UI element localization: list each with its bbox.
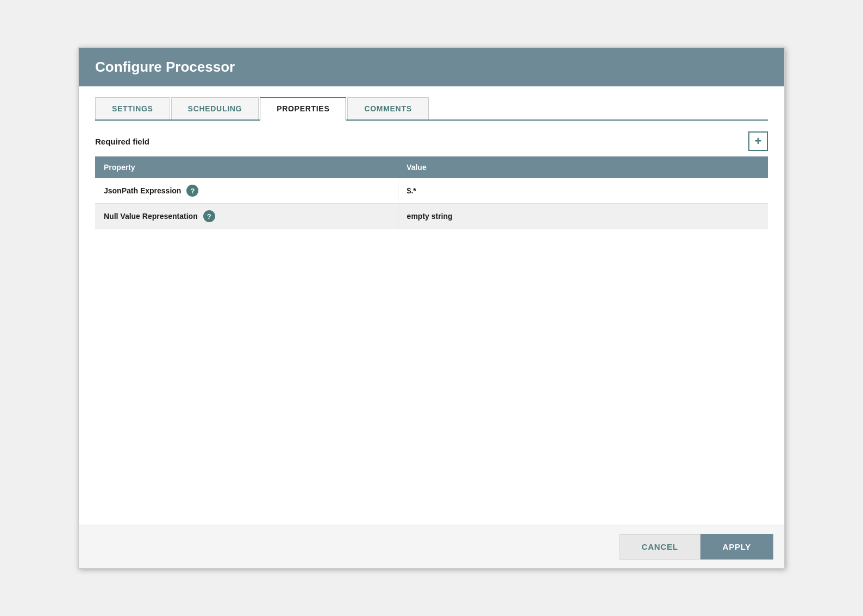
help-icon-jsonpath[interactable]: ?	[186, 185, 198, 197]
table-row: JsonPath Expression ? $.*	[95, 178, 768, 204]
tab-properties[interactable]: PROPERTIES	[260, 97, 346, 121]
dialog-footer: CANCEL APPLY	[79, 525, 784, 568]
cancel-button[interactable]: CANCEL	[620, 534, 701, 560]
column-property: Property	[95, 156, 398, 178]
column-value: Value	[398, 156, 768, 178]
table-header: Property Value	[95, 156, 768, 178]
dialog-body: SETTINGS SCHEDULING PROPERTIES COMMENTS …	[79, 86, 784, 525]
help-icon-nullvalue[interactable]: ?	[203, 210, 215, 222]
add-property-button[interactable]: +	[748, 131, 768, 151]
tab-comments[interactable]: COMMENTS	[347, 97, 428, 120]
content-area	[95, 229, 768, 514]
configure-processor-dialog: Configure Processor SETTINGS SCHEDULING …	[78, 47, 785, 569]
apply-button[interactable]: APPLY	[701, 534, 773, 560]
dialog-title: Configure Processor	[95, 59, 235, 75]
required-field-label: Required field	[95, 137, 149, 146]
dialog-header: Configure Processor	[79, 48, 784, 86]
property-name-cell: JsonPath Expression ?	[95, 178, 398, 204]
property-value-cell[interactable]: $.*	[398, 178, 768, 204]
properties-table: Property Value JsonPath Expression ?	[95, 156, 768, 229]
property-value-cell[interactable]: empty string	[398, 204, 768, 229]
property-name-cell: Null Value Representation ?	[95, 204, 398, 229]
tab-settings[interactable]: SETTINGS	[95, 97, 170, 120]
tabs-container: SETTINGS SCHEDULING PROPERTIES COMMENTS	[95, 97, 768, 121]
table-row: Null Value Representation ? empty string	[95, 204, 768, 229]
tab-scheduling[interactable]: SCHEDULING	[171, 97, 259, 120]
required-field-row: Required field +	[95, 131, 768, 151]
